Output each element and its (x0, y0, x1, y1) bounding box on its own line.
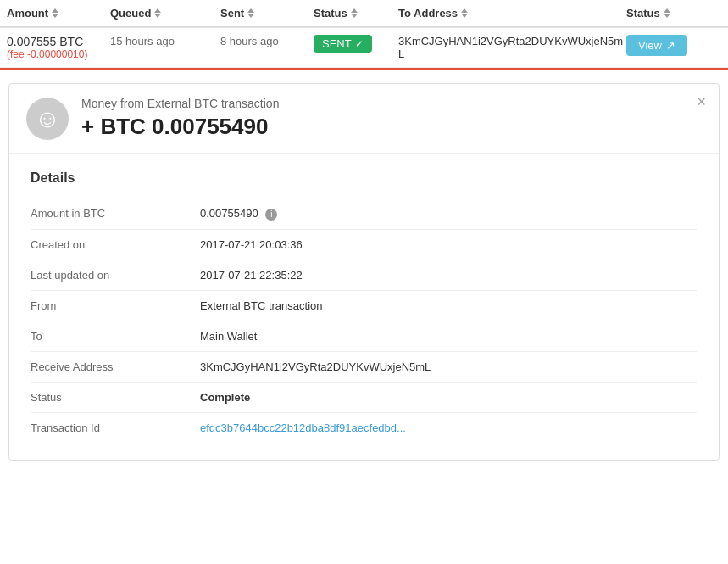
view-cell: View ↗ (626, 35, 728, 56)
sent-cell: 8 hours ago (220, 35, 314, 47)
col-header-sent: Sent (220, 7, 314, 20)
info-icon-amount[interactable]: i (265, 209, 277, 221)
external-link-icon: ↗ (666, 39, 675, 52)
details-section: Details Amount in BTC 0.00755490 i Creat… (9, 154, 719, 460)
detail-panel: × ☺ Money from External BTC transaction … (8, 83, 720, 461)
col-header-sent-label: Sent (220, 7, 244, 20)
col-header-queued-label: Queued (110, 7, 151, 20)
detail-row-amount: Amount in BTC 0.00755490 i (31, 198, 697, 230)
sent-badge-label: SENT (322, 37, 352, 50)
col-header-toaddr-label: To Address (398, 7, 458, 20)
detail-row-updated: Last updated on 2017-07-21 22:35:22 (31, 260, 697, 291)
amount-fee: (fee -0.00000010) (7, 48, 110, 60)
panel-subtitle: Money from External BTC transaction (81, 97, 702, 110)
detail-row-to: To Main Wallet (31, 321, 697, 352)
detail-row-from: From External BTC transaction (31, 291, 697, 321)
detail-row-created: Created on 2017-07-21 20:03:36 (31, 230, 697, 260)
avatar-icon: ☺ (35, 104, 61, 133)
toaddr-cell: 3KmCJGyHAN1i2VGyRta2DUYKvWUxjeN5mL (398, 35, 626, 60)
detail-value-amount: 0.00755490 i (200, 207, 697, 221)
red-divider (0, 68, 728, 70)
table-row: 0.007555 BTC (fee -0.00000010) 15 hours … (0, 28, 728, 68)
view-button-label: View (638, 39, 662, 52)
detail-value-to: Main Wallet (200, 330, 697, 343)
detail-label-from: From (31, 299, 200, 312)
detail-row-receive-addr: Receive Address 3KmCJGyHAN1i2VGyRta2DUYK… (31, 352, 697, 383)
status-cell: SENT ✓ (314, 35, 398, 53)
detail-row-txid: Transaction Id efdc3b7644bcc22b12dba8df9… (31, 413, 697, 443)
detail-value-receive-addr: 3KmCJGyHAN1i2VGyRta2DUYKvWUxjeN5mL (200, 360, 697, 373)
sort-icon-toaddr[interactable] (461, 8, 468, 18)
details-title: Details (31, 170, 697, 186)
col-header-status: Status (314, 7, 398, 20)
col-header-amount: Amount (0, 7, 110, 20)
sort-icon-status2[interactable] (664, 8, 670, 18)
detail-label-updated: Last updated on (31, 269, 200, 282)
detail-value-txid[interactable]: efdc3b7644bcc22b12dba8df91aecfedbd... (200, 422, 697, 434)
col-header-status-label: Status (314, 7, 347, 20)
col-header-queued: Queued (110, 7, 220, 20)
col-header-amount-label: Amount (7, 7, 48, 20)
view-button[interactable]: View ↗ (626, 35, 687, 56)
detail-value-from: External BTC transaction (200, 299, 697, 312)
detail-label-to: To (31, 330, 200, 343)
col-header-toaddr: To Address (398, 7, 626, 20)
detail-label-amount: Amount in BTC (31, 207, 200, 220)
detail-label-txid: Transaction Id (31, 422, 200, 434)
detail-row-status: Status Complete (31, 383, 697, 413)
sort-icon-sent[interactable] (247, 8, 254, 18)
avatar: ☺ (26, 98, 69, 140)
sort-icon-amount[interactable] (52, 8, 58, 18)
detail-value-created: 2017-07-21 20:03:36 (200, 238, 697, 251)
sort-icon-queued[interactable] (154, 8, 161, 18)
detail-label-status: Status (31, 391, 200, 404)
panel-amount: + BTC 0.00755490 (81, 114, 702, 140)
sort-icon-status[interactable] (351, 8, 358, 18)
panel-header: ☺ Money from External BTC transaction + … (9, 84, 719, 154)
col-header-status2-label: Status (626, 7, 660, 20)
detail-label-created: Created on (31, 238, 200, 251)
detail-value-updated: 2017-07-21 22:35:22 (200, 269, 697, 282)
table-header: Amount Queued Sent Status To Address (0, 0, 728, 28)
close-button[interactable]: × (697, 94, 706, 109)
panel-title-area: Money from External BTC transaction + BT… (81, 97, 702, 140)
col-header-status2: Status (626, 7, 728, 20)
amount-cell: 0.007555 BTC (fee -0.00000010) (0, 35, 110, 60)
detail-value-status: Complete (200, 391, 697, 404)
amount-main: 0.007555 BTC (7, 35, 110, 48)
detail-label-receive-addr: Receive Address (31, 360, 200, 373)
checkmark-icon: ✓ (355, 38, 364, 50)
sent-badge: SENT ✓ (314, 35, 372, 53)
queued-cell: 15 hours ago (110, 35, 220, 47)
